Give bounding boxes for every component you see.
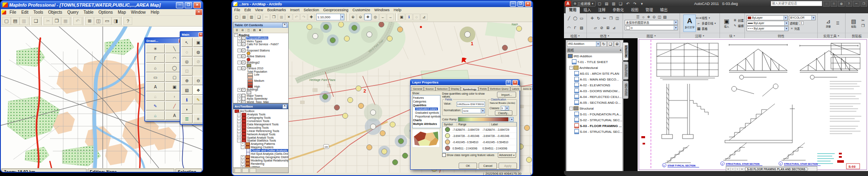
arc-icon[interactable]: ◠ (566, 25, 572, 30)
erase-icon[interactable]: ⊘ (599, 25, 604, 30)
arctoolbox-header[interactable]: ArcToolbox ✕ (233, 104, 288, 109)
polygon-tool-icon[interactable]: ⌂ (146, 63, 165, 72)
prev-layout-icon[interactable]: ‹ (731, 168, 735, 171)
tab-annotate[interactable]: 注释 (595, 7, 609, 13)
region-style-icon[interactable]: ⌂ (146, 111, 165, 120)
redo-icon[interactable]: ↷ (300, 14, 307, 20)
layer-state-combo[interactable]: 未保存的图层状态 ▼ (625, 20, 678, 25)
symbol-tool-icon[interactable]: ✳ (146, 44, 165, 53)
toolbox-root[interactable]: ArcToolbox (234, 110, 288, 113)
tab-view[interactable]: 视图 (628, 7, 642, 13)
show-item[interactable]: Multiple Attributes (413, 122, 440, 126)
infocenter-search-input[interactable] (771, 1, 822, 6)
toolset-item[interactable]: −Mapping Clusters (234, 146, 288, 149)
help-icon[interactable]: ? (506, 80, 511, 85)
qat-more-icon[interactable]: ▾ (639, 1, 645, 6)
open-icon[interactable]: ▤ (240, 14, 247, 20)
collapse-icon[interactable]: ▲ (619, 49, 622, 51)
linear-dimension-button[interactable]: ⟷线性▼ (697, 15, 716, 20)
sheet-item[interactable]: A-02 - ELEVATIONS (567, 82, 622, 88)
new-icon[interactable]: ▢ (233, 14, 240, 20)
copy-icon[interactable]: ❐ (608, 16, 614, 21)
toc-layer[interactable]: −✓Active Stations (234, 55, 288, 58)
child-close-button[interactable]: ✕ (195, 9, 203, 15)
classes-table[interactable]: Symbol Range Label -7.626674 - -3.694729… (442, 122, 517, 153)
tab-insert[interactable]: 插入 (580, 7, 594, 13)
class-row[interactable]: 0.594511 - 2.043096 0.594511 - 2.043096 (443, 145, 517, 152)
toolbox-item[interactable]: +Network Analyst Tools (234, 132, 288, 136)
menu-query[interactable]: Query (65, 10, 81, 15)
show-item[interactable]: Proportional symbols (413, 115, 440, 118)
help-icon[interactable]: ? (846, 1, 852, 7)
show-item-selected[interactable]: Graduated colors (413, 107, 440, 111)
menu-window[interactable]: Window (129, 10, 148, 15)
close-icon[interactable]: ✕ (282, 23, 287, 27)
comm-center-icon[interactable]: ◍ (838, 1, 845, 7)
class-row[interactable]: -0.491045 - 0.594510 -0.491045 - 0.59451… (443, 139, 517, 145)
copy-icon[interactable]: ❐ (52, 17, 61, 25)
select-features-icon[interactable]: ▣ (398, 14, 405, 20)
list-by-drawing-order-icon[interactable]: ☰ (234, 28, 240, 32)
close-button[interactable]: ✕ (525, 1, 531, 7)
layout-paper[interactable]: 5 STAIR TYPICAL SECTION 3 STRUCTURAL STA… (638, 38, 868, 171)
show-ranges-checkbox[interactable] (442, 153, 446, 157)
menu-help[interactable]: Help (392, 8, 404, 12)
back-extent-icon[interactable]: ← (379, 14, 386, 20)
pan-icon[interactable]: ❖ (364, 14, 371, 20)
block-panel-label[interactable]: 块▼ (720, 33, 744, 38)
linetype-combo[interactable]: ByLayer ▼ (747, 26, 789, 31)
toolbox-item[interactable]: +Linear Referencing Tools (234, 129, 288, 132)
sheet-item[interactable]: A-04 - REFLECTED CEILI... (567, 94, 622, 100)
print-icon[interactable]: ❑ (32, 17, 40, 25)
tab-output[interactable]: 输出 (657, 7, 671, 13)
sheet-subset[interactable]: −Structural (567, 105, 622, 111)
menu-insert[interactable]: Insert (288, 8, 302, 12)
tab-labels[interactable]: Labels (510, 86, 521, 90)
rectangle-tool-icon[interactable]: ▭ (146, 73, 165, 82)
layer-control-icon[interactable]: ☰ (181, 114, 193, 123)
graph-select-icon[interactable]: ⊘ (193, 57, 203, 66)
show-item[interactable]: Categories (413, 100, 440, 103)
clipboard-panel-label[interactable]: 剪贴板 (846, 33, 868, 38)
qat-plot-icon[interactable]: ❑ (618, 1, 624, 6)
new-layout-icon[interactable]: ▭ (103, 17, 111, 25)
menu-selection[interactable]: Selection (302, 8, 321, 12)
sheet-set-root[interactable]: IRD Addition (567, 53, 622, 59)
toc-class[interactable]: Low (234, 73, 288, 76)
menu-options[interactable]: Options (96, 10, 115, 15)
panel-tab[interactable] (250, 168, 256, 172)
undo-icon[interactable]: ↶ (73, 17, 82, 25)
insert-block-button[interactable]: ▣ 插入 (721, 18, 732, 28)
forward-extent-icon[interactable]: → (387, 14, 394, 20)
menu-view[interactable]: View (253, 8, 265, 12)
lineweight-combo[interactable]: ByLayer ▼ (747, 21, 789, 26)
menu-geoprocessing[interactable]: Geoprocessing (321, 8, 351, 12)
list-by-source-icon[interactable]: ⊞ (240, 28, 245, 32)
boundary-select-icon[interactable]: ◎ (181, 57, 193, 66)
layer-match-icon[interactable]: ▤ (663, 15, 667, 20)
sheet-item[interactable]: S-02 - STRUCTURAL SEC... (567, 117, 622, 123)
hotlink-tool-icon[interactable]: ◗ (181, 105, 193, 114)
mtext-button[interactable]: A 多行文字 (683, 15, 696, 32)
zoom-out-icon[interactable]: ⊖ (357, 14, 364, 20)
status-selecting[interactable]: Selecting... (176, 169, 202, 173)
restore-button[interactable]: ❐ (185, 2, 192, 8)
close-icon[interactable]: ✕ (282, 104, 287, 109)
favorites-icon[interactable]: ☆ (831, 1, 837, 7)
toc-layer[interactable]: −✓Census 2010 (234, 67, 288, 70)
classify-button[interactable]: Classify... (495, 110, 512, 115)
ok-button[interactable]: OK (459, 163, 477, 169)
mapinfo-title-bar[interactable]: MapInfo Professional - [TOWN,STREET,WATE… (1, 1, 203, 9)
main-toolbar-title[interactable]: Main ✕ (181, 32, 203, 37)
edit-block-button[interactable]: ✎编辑 (733, 23, 744, 28)
show-list[interactable]: Features Categories Quantities Graduated… (412, 95, 440, 128)
offset-icon[interactable]: ▱ (593, 25, 598, 30)
menu-file[interactable]: File (232, 8, 242, 12)
toolbox-item[interactable]: +Conversion Tools (234, 120, 288, 123)
list-by-visibility-icon[interactable]: ◫ (246, 28, 251, 32)
tab-sheet-list[interactable]: 图纸列表 (623, 42, 628, 61)
tab-definition-query[interactable]: Definition Query (488, 86, 510, 90)
zoom-out-icon[interactable]: ⊖ (193, 76, 203, 85)
list-by-selection-icon[interactable]: ▤ (252, 28, 257, 32)
qat-undo-icon[interactable]: ↶ (625, 1, 631, 6)
